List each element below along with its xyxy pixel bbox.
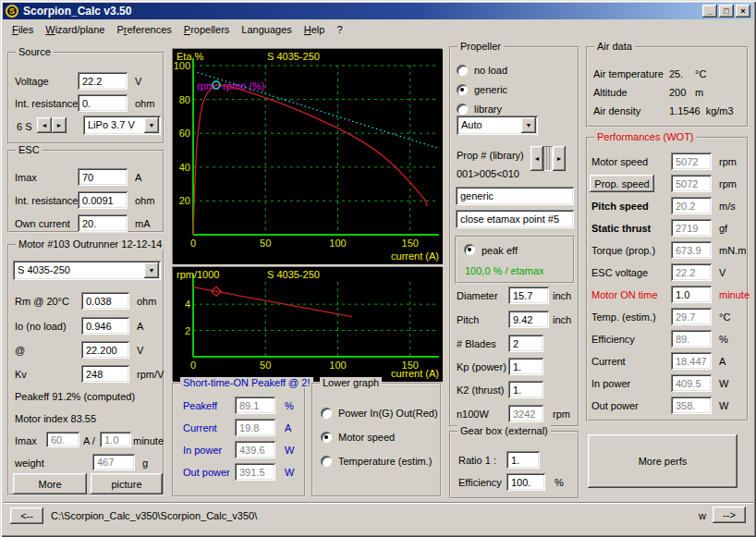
short-time-value-field[interactable]: 391.5 [235, 463, 275, 481]
prop-name-input[interactable]: generic [456, 187, 574, 205]
lower-graph-option-1[interactable]: Motor speed [321, 425, 438, 449]
statusbar: <-- C:\Scorpion_Calc_v350\Scorpion_Calc_… [3, 502, 753, 532]
short-time-value-field[interactable]: 439.6 [235, 441, 275, 458]
propeller-auto-dropdown[interactable]: Auto ▼ [457, 116, 538, 135]
perf-value-field[interactable]: 18.447 [671, 352, 712, 370]
perf-value-field[interactable]: 673.9 [671, 241, 712, 259]
cells-increment-button[interactable]: ► [52, 117, 67, 133]
radio-button-icon[interactable] [457, 104, 468, 115]
motor-imax-input[interactable]: 60. [46, 432, 79, 447]
prop-n100w-unit: rpm [553, 409, 570, 420]
more-perfs-button[interactable]: More perfs [588, 434, 738, 488]
perf-value-field[interactable]: 29.7 [671, 308, 712, 325]
source-int-resistance-input[interactable]: 0. [78, 94, 128, 112]
prop-k2-input[interactable]: 1. [508, 381, 543, 398]
radio-button-icon[interactable] [457, 65, 468, 76]
prop-slider-handle[interactable] [543, 146, 553, 171]
titlebar[interactable]: S Scorpion_Calc v3.50 _ □ × [3, 3, 753, 19]
perf-label: Out power [591, 400, 639, 411]
motor-kv-input[interactable]: 248 [81, 365, 129, 383]
motor-io-input[interactable]: 0.946 [81, 317, 129, 335]
air-label: Air temperature [593, 68, 669, 79]
radio-button-icon[interactable] [321, 432, 332, 443]
cell-type-dropdown[interactable]: LiPo 3.7 V ▼ [83, 116, 161, 135]
svg-text:100: 100 [329, 238, 346, 249]
prop-pitch-input[interactable]: 9.42 [508, 311, 549, 328]
motor-rm-input[interactable]: 0.038 [81, 292, 129, 310]
air-data-row-1: Altitude200m [588, 83, 747, 102]
prop-prev-button[interactable]: ◄ [530, 146, 543, 171]
svg-text:50: 50 [260, 238, 271, 249]
maximize-button[interactable]: □ [719, 5, 734, 18]
prop-blades-input[interactable]: 2 [508, 335, 543, 352]
perf-value-field[interactable]: 2719 [671, 219, 712, 237]
menu-item-3[interactable]: Propellers [184, 24, 230, 35]
perf-value-field[interactable]: 20.2 [671, 197, 712, 214]
right-arrow-icon: ► [56, 122, 63, 128]
voltage-input[interactable]: 22.2 [78, 72, 128, 90]
perf-value-field[interactable]: 5072 [671, 175, 712, 192]
forward-button[interactable]: --> [713, 506, 746, 523]
short-time-value-field[interactable]: 19.8 [235, 419, 275, 436]
picture-button[interactable]: picture [91, 473, 163, 494]
menu-item-4[interactable]: Languages [241, 24, 291, 35]
prop-kp-input[interactable]: 1. [508, 358, 543, 375]
lower-graph-panel-title: Lower graph [320, 377, 382, 388]
esc-int-resistance-input[interactable]: 0.0091 [78, 191, 128, 209]
perf-value-field[interactable]: 409.5 [671, 374, 712, 392]
perf-value-field[interactable]: 5072 [671, 153, 712, 170]
dropdown-arrow-icon[interactable]: ▼ [144, 117, 159, 133]
radio-button-icon[interactable] [321, 456, 332, 467]
cells-decrement-button[interactable]: ◄ [37, 117, 52, 133]
radio-button-icon[interactable] [321, 408, 332, 419]
short-time-label: Current [183, 422, 217, 433]
prop-next-button[interactable]: ► [553, 146, 566, 171]
prop-speed-button[interactable]: Prop. speed [590, 175, 654, 192]
motor-model-dropdown[interactable]: S 4035-250 ▼ [13, 261, 161, 280]
perf-value-field[interactable]: 22.2 [671, 263, 712, 281]
perf-unit: V [719, 267, 726, 278]
perf-value-field[interactable]: 358. [671, 397, 712, 414]
perf-value-field[interactable]: 1.0 [671, 286, 712, 303]
menu-item-1[interactable]: Wizard/plane [45, 24, 104, 35]
menu-item-5[interactable]: Help [304, 24, 325, 35]
gearbox-ratio-input[interactable]: 1. [506, 451, 540, 469]
prop-hint-input[interactable]: close etamax point #5 [456, 210, 574, 228]
perf-value-field[interactable]: 89. [671, 330, 712, 348]
perf-row-0: Motor speed5072rpm [588, 152, 747, 174]
motor-imax-time-input[interactable]: 1.0 [100, 432, 131, 447]
motor-at-input[interactable]: 22.200 [81, 341, 129, 359]
esc-imax-input[interactable]: 70 [78, 168, 128, 186]
propeller-mode-option-label: no load [474, 65, 507, 76]
short-time-value-field[interactable]: 89.1 [235, 397, 275, 414]
performances-panel-title: Performances (WOT) [594, 131, 697, 142]
dropdown-arrow-icon[interactable]: ▼ [144, 262, 159, 278]
close-button[interactable]: × [736, 5, 750, 18]
menu-item-2[interactable]: Preferences [116, 24, 171, 35]
motor-at-unit: V [137, 345, 143, 356]
motor-imax-unit: minute [133, 435, 164, 446]
peak-eff-radio[interactable] [464, 244, 475, 255]
svg-text:S 4035-250: S 4035-250 [267, 51, 320, 62]
prop-diameter-input[interactable]: 15.7 [508, 287, 549, 304]
radio-button-icon[interactable] [457, 84, 468, 95]
esc-own-current-input[interactable]: 20. [78, 214, 128, 232]
propeller-mode-option-1[interactable]: generic [457, 79, 576, 99]
more-button[interactable]: More [13, 473, 87, 494]
back-button[interactable]: <-- [10, 507, 43, 524]
minimize-button[interactable]: _ [702, 5, 717, 18]
motor-weight-input[interactable]: 467 [92, 454, 135, 470]
lower-graph-option-0[interactable]: Power In(G) Out(Red) [321, 401, 438, 425]
menu-item-6[interactable]: ? [336, 24, 342, 35]
dropdown-arrow-icon[interactable]: ▼ [521, 117, 536, 133]
air-unit: °C [695, 68, 706, 79]
propeller-mode-option-0[interactable]: no load [457, 60, 576, 79]
prop-pitch-label: Pitch [457, 314, 479, 325]
gearbox-efficiency-input[interactable]: 100. [506, 473, 545, 491]
menu-item-0[interactable]: Files [12, 24, 33, 35]
prop-n100w-field[interactable]: 3242 [508, 405, 543, 422]
lower-graph-option-2[interactable]: Temperature (estim.) [321, 449, 438, 473]
cells-label: 6 S [17, 121, 32, 132]
perf-label: Motor speed [591, 156, 648, 167]
perf-label: Pitch speed [591, 201, 649, 212]
